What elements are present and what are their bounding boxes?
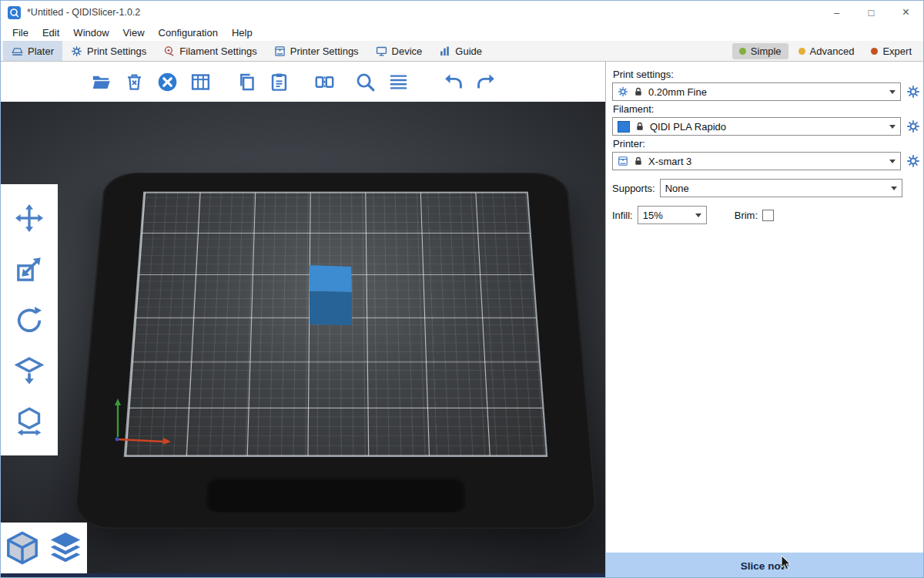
menu-item-file[interactable]: File xyxy=(5,27,35,39)
mode-selector: Simple Advanced Expert xyxy=(732,41,923,61)
tab-plater[interactable]: Plater xyxy=(3,41,62,61)
rotate-icon xyxy=(14,304,45,335)
minimize-button[interactable]: – xyxy=(819,1,854,24)
infill-value: 15% xyxy=(643,210,663,221)
slice-now-button[interactable]: Slice now xyxy=(606,553,923,578)
menu-item-view[interactable]: View xyxy=(116,27,152,39)
delete-all-icon xyxy=(157,72,178,92)
search-button[interactable] xyxy=(351,68,379,96)
redo-icon xyxy=(476,72,497,92)
mirror-icon xyxy=(14,406,45,437)
filament-color-swatch xyxy=(618,121,630,133)
undo-button[interactable] xyxy=(439,68,467,96)
editor-3d-view-button[interactable] xyxy=(3,526,42,570)
tab-bar: Plater Print Settings Filament Settings … xyxy=(1,41,923,62)
mode-simple[interactable]: Simple xyxy=(732,43,788,59)
move-button[interactable] xyxy=(12,200,47,236)
print-bed xyxy=(73,173,599,529)
print-settings-value: 0.20mm Fine xyxy=(648,86,707,98)
app-logo-icon xyxy=(8,6,21,19)
chevron-down-icon xyxy=(889,125,896,129)
filament-combo[interactable]: QIDI PLA Rapido xyxy=(612,117,901,136)
viewport-3d[interactable] xyxy=(1,62,605,578)
gear-icon xyxy=(906,119,920,133)
rotate-button[interactable] xyxy=(12,302,47,338)
menu-item-edit[interactable]: Edit xyxy=(35,27,66,39)
gear-icon xyxy=(906,154,920,168)
scale-icon xyxy=(14,254,45,284)
tab-label: Printer Settings xyxy=(290,45,359,57)
variable-layer-height-icon xyxy=(388,72,409,92)
arrange-icon xyxy=(190,72,211,92)
variable-layer-height-button[interactable] xyxy=(384,68,412,96)
editor-3d-view-icon xyxy=(5,530,40,566)
redo-button[interactable] xyxy=(472,68,500,96)
scale-button[interactable] xyxy=(12,251,47,287)
title-bar: *Untitled - QIDISlicer-1.0.2 – □ × xyxy=(1,1,923,24)
mode-advanced[interactable]: Advanced xyxy=(792,43,862,59)
move-icon xyxy=(14,203,45,234)
infill-combo[interactable]: 15% xyxy=(638,206,707,224)
tab-print-settings[interactable]: Print Settings xyxy=(62,41,155,61)
split-objects-button[interactable] xyxy=(310,68,338,96)
arrange-button[interactable] xyxy=(186,68,214,96)
menu-item-help[interactable]: Help xyxy=(225,27,259,39)
tab-guide[interactable]: Guide xyxy=(430,41,490,61)
tab-label: Filament Settings xyxy=(179,45,256,57)
window-controls: – □ × xyxy=(819,1,923,24)
brim-label: Brim: xyxy=(735,210,758,221)
menu-bar: File Edit Window View Configuration Help xyxy=(1,24,923,41)
mode-expert[interactable]: Expert xyxy=(864,43,919,59)
supports-combo[interactable]: None xyxy=(660,179,902,197)
open-file-icon xyxy=(91,72,112,92)
mode-label: Advanced xyxy=(810,45,855,57)
main-area: Print settings: 0.20mm Fine Filament: QI… xyxy=(1,62,923,578)
delete-all-button[interactable] xyxy=(153,68,181,96)
advanced-mode-dot-icon xyxy=(798,48,805,55)
preview-layers-view-icon xyxy=(48,530,83,566)
tab-filament-settings[interactable]: Filament Settings xyxy=(155,41,265,61)
printer-gear-button[interactable] xyxy=(906,154,920,169)
filament-gear-button[interactable] xyxy=(906,119,920,134)
tab-device[interactable]: Device xyxy=(367,41,431,61)
split-objects-icon xyxy=(314,72,335,92)
place-on-face-icon xyxy=(14,355,45,386)
brim-checkbox[interactable] xyxy=(762,210,774,221)
bed-grid xyxy=(124,192,548,457)
mirror-button[interactable] xyxy=(12,404,47,439)
maximize-button[interactable]: □ xyxy=(854,1,889,24)
tab-printer-settings[interactable]: Printer Settings xyxy=(266,41,367,61)
copy-icon xyxy=(236,72,256,92)
print-settings-label: Print settings: xyxy=(613,69,922,80)
close-button[interactable]: × xyxy=(889,1,923,24)
printer-label: Printer: xyxy=(613,138,922,150)
3d-scene[interactable] xyxy=(1,102,605,573)
tab-label: Guide xyxy=(455,45,482,57)
delete-button[interactable] xyxy=(120,68,148,96)
place-on-face-button[interactable] xyxy=(12,353,47,388)
window-title: *Untitled - QIDISlicer-1.0.2 xyxy=(27,7,140,18)
lock-icon xyxy=(633,156,644,166)
supports-label: Supports: xyxy=(612,183,655,194)
print-settings-combo[interactable]: 0.20mm Fine xyxy=(612,82,901,101)
lock-icon xyxy=(634,121,645,132)
print-settings-gear-button[interactable] xyxy=(906,85,920,99)
preview-layers-view-button[interactable] xyxy=(46,526,85,570)
paste-button[interactable] xyxy=(265,68,293,96)
undo-icon xyxy=(443,72,464,92)
menu-item-window[interactable]: Window xyxy=(66,27,116,39)
printer-combo[interactable]: X-smart 3 xyxy=(612,152,901,170)
supports-value: None xyxy=(665,183,689,194)
menu-item-configuration[interactable]: Configuration xyxy=(152,27,225,39)
device-monitor-icon xyxy=(376,45,387,57)
search-icon xyxy=(355,72,376,92)
printer-icon xyxy=(274,45,286,57)
paste-icon xyxy=(269,72,290,92)
gear-icon xyxy=(71,45,82,57)
expert-mode-dot-icon xyxy=(871,48,878,55)
open-file-button[interactable] xyxy=(87,68,115,96)
printer-value: X-smart 3 xyxy=(648,156,691,167)
tab-label: Plater xyxy=(28,45,54,57)
copy-button[interactable] xyxy=(232,68,259,96)
bed-handle-notch xyxy=(205,476,466,512)
